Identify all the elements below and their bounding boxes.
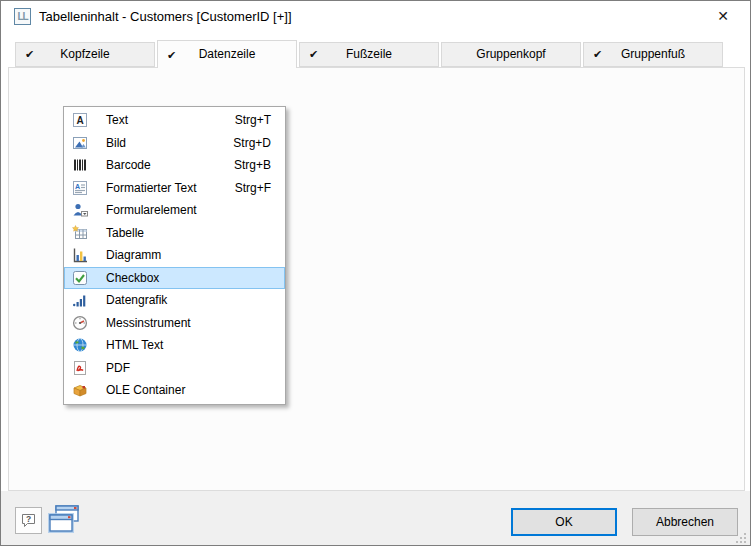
- menu-item-barcode[interactable]: Barcode Strg+B: [64, 154, 285, 177]
- close-icon[interactable]: ✕: [706, 1, 740, 31]
- cascade-windows-button[interactable]: [47, 503, 83, 537]
- window-title: Tabelleninhalt - Customers [CustomerID […: [39, 1, 292, 31]
- resize-grip[interactable]: [736, 533, 746, 543]
- menu-item-formatierter-text[interactable]: A Formatierter Text Strg+F: [64, 177, 285, 200]
- table-contents-dialog: LL Tabelleninhalt - Customers [CustomerI…: [0, 0, 751, 546]
- title-bar: LL Tabelleninhalt - Customers [CustomerI…: [1, 1, 750, 31]
- menu-item-text[interactable]: A Text Strg+T: [64, 109, 285, 132]
- menu-item-ole-container[interactable]: OLE Container: [64, 379, 285, 402]
- help-button[interactable]: ?: [15, 507, 42, 534]
- menu-item-html-text[interactable]: HTML Text: [64, 334, 285, 357]
- menu-item-datengrafik[interactable]: Datengrafik: [64, 289, 285, 312]
- chart-icon: [72, 247, 88, 263]
- tab-kopfzeile[interactable]: ✔ Kopfzeile: [15, 42, 155, 67]
- data-graphic-icon: [72, 292, 88, 308]
- html-icon: [72, 337, 88, 353]
- checkbox-icon: [72, 270, 88, 286]
- barcode-icon: [72, 157, 88, 173]
- new-element-menu: A Text Strg+T Bild Strg+D Barcod: [63, 106, 286, 405]
- ole-container-icon: [72, 382, 88, 398]
- formatted-text-icon: A: [72, 180, 88, 196]
- image-icon: [72, 135, 88, 151]
- pdf-icon: [72, 360, 88, 376]
- cancel-button[interactable]: Abbrechen: [632, 508, 738, 536]
- menu-item-diagramm[interactable]: Diagramm: [64, 244, 285, 267]
- menu-item-bild[interactable]: Bild Strg+D: [64, 132, 285, 155]
- svg-text:A: A: [75, 182, 80, 189]
- menu-item-tabelle[interactable]: Tabelle: [64, 222, 285, 245]
- table-icon: [72, 225, 88, 241]
- svg-text:?: ?: [25, 514, 30, 524]
- app-logo-icon: LL: [14, 8, 31, 25]
- tab-gruppenfuss[interactable]: ✔ Gruppenfuß: [583, 42, 723, 67]
- menu-item-formularelement[interactable]: Formularelement: [64, 199, 285, 222]
- tab-datenzeile[interactable]: ✔ Datenzeile: [157, 40, 297, 68]
- tab-gruppenkopf[interactable]: Gruppenkopf: [441, 42, 581, 67]
- tab-fusszeile[interactable]: ✔ Fußzeile: [299, 42, 439, 67]
- svg-text:A: A: [76, 115, 83, 126]
- menu-item-checkbox[interactable]: Checkbox: [64, 267, 285, 290]
- dialog-footer: ? OK Abbrechen: [1, 491, 750, 546]
- menu-item-pdf[interactable]: PDF: [64, 357, 285, 380]
- ok-button[interactable]: OK: [511, 508, 617, 536]
- text-icon: A: [72, 112, 88, 128]
- help-icon: ?: [20, 512, 38, 530]
- menu-item-messinstrument[interactable]: Messinstrument: [64, 312, 285, 335]
- gauge-icon: [72, 315, 88, 331]
- form-element-icon: [72, 202, 88, 218]
- cascade-windows-icon: [47, 504, 83, 536]
